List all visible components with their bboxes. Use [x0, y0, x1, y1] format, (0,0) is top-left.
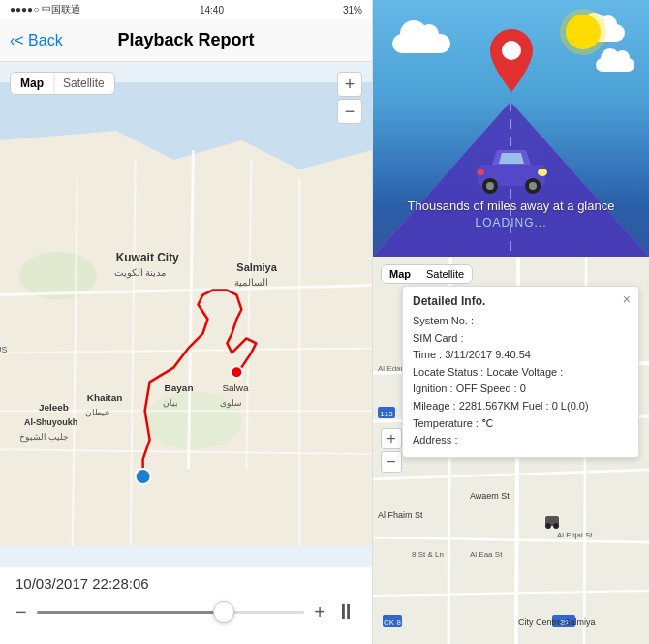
map-zoom-controls: + − [337, 72, 362, 124]
detail-panel[interactable]: Al Hamoud Bin Masoud St Abodh St Al Edar… [373, 257, 649, 644]
map-type-map-button[interactable]: Map [11, 73, 53, 94]
info-system-no: System No. : [413, 313, 629, 330]
cloud-1 [392, 34, 450, 53]
location-pin-icon [487, 29, 536, 92]
info-locate-status: Locate Status : Locate Voltage : [413, 364, 629, 382]
nav-bar: ‹ < Back Playback Report [0, 19, 372, 62]
info-popup: × Detailed Info. System No. : SIM Card :… [402, 286, 639, 458]
info-popup-close-button[interactable]: × [623, 291, 631, 307]
svg-text:Al Fhaim St: Al Fhaim St [378, 510, 423, 520]
timestamp: 10/03/2017 22:28:06 [15, 575, 356, 592]
svg-text:Jeleeb: Jeleeb [39, 402, 69, 413]
svg-point-67 [545, 523, 551, 529]
svg-point-39 [502, 41, 521, 60]
svg-text:Khaitan: Khaitan [87, 392, 123, 403]
svg-point-26 [136, 469, 151, 484]
map-background: Kuwait City مدينة الكويت Salmiya السالمي… [0, 62, 372, 567]
detail-zoom-in-button[interactable]: + [381, 428, 402, 449]
back-button[interactable]: ‹ < Back [10, 32, 63, 49]
zoom-out-button[interactable]: − [337, 99, 362, 124]
svg-text:مدينة الكويت: مدينة الكويت [114, 267, 167, 279]
svg-text:بيان: بيان [163, 398, 178, 408]
pause-button[interactable]: ⏸ [335, 599, 356, 625]
info-time: Time : 3/11/2017 9:40:54 [413, 347, 629, 364]
sun-icon [566, 15, 601, 49]
svg-text:Salwa: Salwa [222, 383, 249, 393]
loading-text: LOADING... [373, 216, 649, 230]
volume-down-icon[interactable]: − [15, 601, 27, 624]
illustration-area: Thousands of miles away at a glance LOAD… [373, 0, 649, 257]
svg-text:Salmiya: Salmiya [236, 261, 277, 273]
detail-map-type-buttons: Map Satellite [381, 264, 473, 284]
status-time: 14:40 [200, 5, 224, 15]
status-bar: ●●●●○ 中国联通 14:40 31% [0, 0, 372, 19]
svg-point-34 [486, 182, 494, 190]
left-panel: ●●●●○ 中国联通 14:40 31% ‹ < Back Playback R… [0, 0, 373, 644]
status-carrier: ●●●●○ 中国联通 [10, 3, 80, 16]
svg-point-27 [231, 366, 242, 378]
svg-point-68 [553, 523, 559, 529]
svg-text:Al Eaa St: Al Eaa St [470, 550, 503, 559]
svg-text:جليب الشيوخ: جليب الشيوخ [19, 432, 69, 443]
status-battery: 31% [343, 5, 362, 15]
cloud-3 [596, 58, 634, 72]
detail-map-type-satellite-button[interactable]: Satellite [418, 265, 472, 283]
svg-point-36 [529, 182, 537, 190]
svg-text:US: US [0, 345, 7, 354]
svg-text:خيطان: خيطان [85, 408, 110, 417]
svg-point-37 [538, 169, 547, 176]
svg-text:8 St & Ln: 8 St & Ln [412, 550, 444, 559]
detail-zoom-controls: + − [381, 428, 402, 473]
right-panel: Thousands of miles away at a glance LOAD… [373, 0, 649, 644]
svg-text:Awaem St: Awaem St [470, 491, 510, 501]
svg-text:السالمية: السالمية [234, 277, 268, 288]
back-label: < Back [15, 32, 62, 49]
bottom-bar: 10/03/2017 22:28:06 − + ⏸ [0, 567, 372, 644]
svg-text:City Centre Salmiya: City Centre Salmiya [518, 617, 596, 627]
info-ignition: Ignition : OFF Speed : 0 [413, 381, 629, 398]
info-temperature: Temperature : ℃ [413, 415, 629, 433]
illustration-text: Thousands of miles away at a glance [373, 199, 649, 213]
info-sim-card: SIM Card : [413, 330, 629, 348]
svg-point-38 [477, 169, 484, 175]
page-title: Playback Report [117, 30, 254, 50]
slider-fill [37, 611, 225, 614]
detail-map-type-map-button[interactable]: Map [382, 265, 418, 283]
volume-up-icon[interactable]: + [314, 601, 325, 624]
svg-text:Al-Shuyoukh: Al-Shuyoukh [24, 417, 77, 427]
playback-slider[interactable] [37, 611, 305, 614]
map-area[interactable]: Kuwait City مدينة الكويت Salmiya السالمي… [0, 62, 372, 567]
map-type-satellite-button[interactable]: Satellite [53, 73, 114, 94]
map-type-buttons: Map Satellite [10, 72, 115, 95]
info-mileage: Mileage : 2281.567KM Fuel : 0 L(0.0) [413, 398, 629, 415]
svg-text:Bayan: Bayan [165, 383, 194, 393]
slider-thumb[interactable] [213, 601, 234, 623]
svg-text:Al Etijal St: Al Etijal St [557, 531, 593, 539]
svg-text:سلوى: سلوى [220, 398, 242, 409]
svg-text:Kuwait City: Kuwait City [116, 251, 179, 264]
info-address: Address : [413, 432, 629, 449]
svg-text:CK 8: CK 8 [384, 618, 401, 627]
car-illustration [473, 140, 550, 194]
playback-controls: − + ⏸ [15, 599, 356, 625]
info-popup-title: Detailed Info. [413, 294, 629, 308]
detail-zoom-out-button[interactable]: − [381, 451, 402, 473]
svg-text:113: 113 [380, 410, 393, 418]
zoom-in-button[interactable]: + [337, 72, 362, 97]
